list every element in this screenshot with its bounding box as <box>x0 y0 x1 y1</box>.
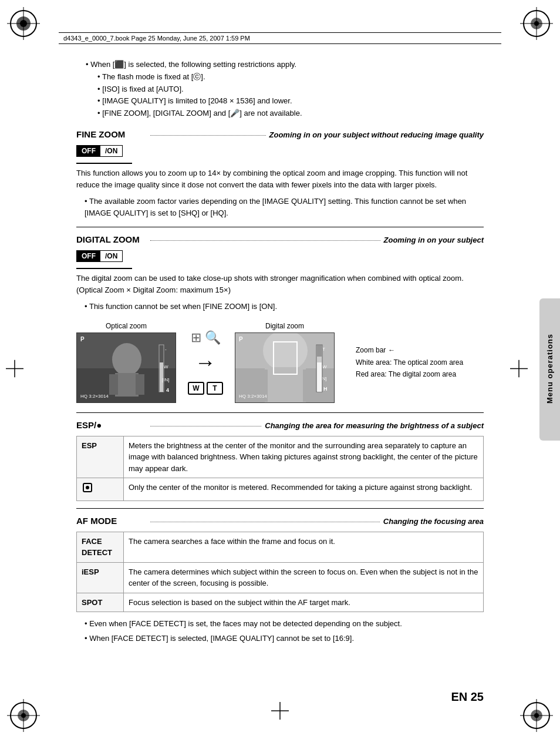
svg-text:P: P <box>80 336 85 342</box>
digital-zoom-off[interactable]: OFF <box>77 251 100 261</box>
svg-text:4: 4 <box>166 387 169 393</box>
esp-desc-1: Meters the brightness at the center of t… <box>124 436 484 478</box>
digital-zoom-section: DIGITAL ZOOM Zooming in on your subject … <box>76 234 484 403</box>
fine-zoom-section: FINE ZOOM Zooming in on your subject wit… <box>76 129 484 220</box>
esp-label-1: ESP <box>77 436 124 478</box>
af-row-1: FACE DETECT The camera searches a face w… <box>77 532 484 562</box>
fine-zoom-toggle-container: OFF /ON <box>76 142 484 164</box>
svg-rect-54 <box>317 362 322 392</box>
magnify-icon: 🔍 <box>205 330 221 345</box>
af-label-1: FACE DETECT <box>77 532 124 562</box>
side-tab-label: Menu operations <box>545 334 554 404</box>
corner-mark-bl <box>6 698 41 733</box>
digital-zoom-bullet1: This function cannot be set when [FINE Z… <box>76 301 484 313</box>
af-mode-header: AF MODE Changing the focusing area <box>76 516 484 526</box>
esp-row-2: Only the center of the monitor is metere… <box>77 478 484 501</box>
svg-rect-30 <box>109 374 118 395</box>
intro-main-bullet: When [⬛] is selected, the following sett… <box>86 59 484 71</box>
af-mode-table: FACE DETECT The camera searches a face w… <box>76 532 484 613</box>
zoom-bar-label: Zoom bar <box>356 345 386 356</box>
section-divider-2 <box>76 412 484 413</box>
svg-text:-: - <box>165 347 167 352</box>
optical-zoom-label: Optical zoom <box>76 322 176 330</box>
wt-controls: ⊞ 🔍 <box>191 330 221 345</box>
af-mode-description: Changing the focusing area <box>383 517 484 526</box>
svg-rect-39 <box>160 362 163 392</box>
side-tab: Menu operations <box>539 298 560 441</box>
optical-zoom-container: Optical zoom P HQ 3:2×3014 <box>76 322 176 403</box>
page-wrapper: d4343_e_0000_7.book Page 25 Monday, June… <box>0 0 560 739</box>
af-mode-bullet1: Even when [FACE DETECT] is set, the face… <box>76 618 484 630</box>
esp-title: ESP/● <box>76 420 147 430</box>
grid-icon: ⊞ <box>191 330 201 345</box>
af-desc-1: The camera searches a face within the fr… <box>124 532 484 562</box>
intro-bullet-3: [IMAGE QUALITY] is limited to [2048 × 15… <box>97 95 484 108</box>
arrow-area: ⊞ 🔍 → W T <box>188 330 223 395</box>
corner-mark-tl <box>6 6 41 41</box>
svg-point-28 <box>112 343 141 376</box>
fine-zoom-header: FINE ZOOM Zooming in on your subject wit… <box>76 129 484 139</box>
fine-zoom-para1: This function allows you to zoom up to 1… <box>76 167 484 191</box>
corner-mark-br <box>519 698 554 733</box>
zoom-diagram: Optical zoom P HQ 3:2×3014 <box>76 322 484 403</box>
svg-rect-31 <box>136 374 144 395</box>
digital-zoom-description: Zooming in on your subject <box>384 236 484 244</box>
bottom-cross-center <box>271 702 289 721</box>
svg-text:T: T <box>322 347 325 352</box>
af-label-2: iESP <box>77 562 124 593</box>
af-mode-bullet2: When [FACE DETECT] is selected, [IMAGE Q… <box>76 633 484 644</box>
esp-desc-2: Only the center of the monitor is metere… <box>124 478 484 501</box>
svg-rect-43 <box>265 367 306 403</box>
esp-header: ESP/● Changing the area for measuring th… <box>76 420 484 430</box>
page-number: 25 <box>471 690 484 703</box>
svg-text:H: H <box>323 386 328 392</box>
esp-description: Changing the area for measuring the brig… <box>265 421 484 430</box>
zoom-bar-arrow: ← <box>388 345 395 356</box>
svg-text:W: W <box>322 364 327 370</box>
svg-text:HQ 3:2×3014: HQ 3:2×3014 <box>80 394 109 399</box>
digital-zoom-toggle[interactable]: OFF /ON <box>76 250 123 262</box>
digital-zoom-underline: OFF /ON <box>76 247 132 269</box>
w-button[interactable]: W <box>188 382 204 395</box>
white-area-label: White area: The optical zoom area <box>356 357 463 368</box>
header-text: d4343_e_0000_7.book Page 25 Monday, June… <box>63 35 250 42</box>
digital-zoom-img-label: Digital zoom <box>235 322 335 330</box>
svg-text:HQ 3:2×3014: HQ 3:2×3014 <box>239 394 267 399</box>
svg-point-57 <box>86 486 89 489</box>
svg-rect-29 <box>115 373 139 397</box>
corner-mark-tr <box>519 6 554 41</box>
t-button[interactable]: T <box>207 382 223 395</box>
digital-zoom-on[interactable]: /ON <box>100 251 122 261</box>
intro-bullet-4: [FINE ZOOM], [DIGITAL ZOOM] and [🎤] are … <box>97 108 484 120</box>
af-row-2: iESP The camera determines which subject… <box>77 562 484 593</box>
fine-zoom-off[interactable]: OFF <box>77 146 100 156</box>
fine-zoom-on[interactable]: /ON <box>100 146 122 156</box>
af-desc-2: The camera determines which subject with… <box>124 562 484 593</box>
digital-zoom-container: Digital zoom P <box>235 322 335 403</box>
af-mode-section: AF MODE Changing the focusing area FACE … <box>76 516 484 644</box>
esp-row-1: ESP Meters the brightness at the center … <box>77 436 484 478</box>
digital-zoom-para1: The digital zoom can be used to take clo… <box>76 273 484 296</box>
optical-zoom-image: P HQ 3:2×3014 - W [IN] 4 <box>76 332 176 403</box>
fine-zoom-title: FINE ZOOM <box>76 129 147 139</box>
esp-label-2 <box>77 478 124 501</box>
fine-zoom-toggle[interactable]: OFF /ON <box>76 145 123 157</box>
fine-zoom-bullet1: The available zoom factor varies dependi… <box>76 196 484 219</box>
section-divider-1 <box>76 227 484 227</box>
header-bar: d4343_e_0000_7.book Page 25 Monday, June… <box>59 32 501 44</box>
intro-bullet-1: The flash mode is fixed at [ⓒ]. <box>97 71 484 83</box>
page-number-container: EN 25 <box>451 690 484 704</box>
esp-section: ESP/● Changing the area for measuring th… <box>76 420 484 501</box>
af-desc-3: Focus selection is based on the subject … <box>124 593 484 612</box>
intro-bullet-2: [ISO] is fixed at [AUTO]. <box>97 83 484 96</box>
fine-zoom-underline: OFF /ON <box>76 142 132 164</box>
af-label-3: SPOT <box>77 593 124 612</box>
side-cross-left <box>6 360 23 379</box>
section-divider-3 <box>76 508 484 509</box>
svg-rect-55 <box>317 345 322 357</box>
red-area-label: Red area: The digital zoom area <box>356 369 463 380</box>
zoom-bar-info: Zoom bar ← <box>356 345 463 356</box>
arrow-right-icon: → <box>195 350 216 375</box>
wt-buttons: W T <box>188 382 223 395</box>
esp-table: ESP Meters the brightness at the center … <box>76 436 484 501</box>
